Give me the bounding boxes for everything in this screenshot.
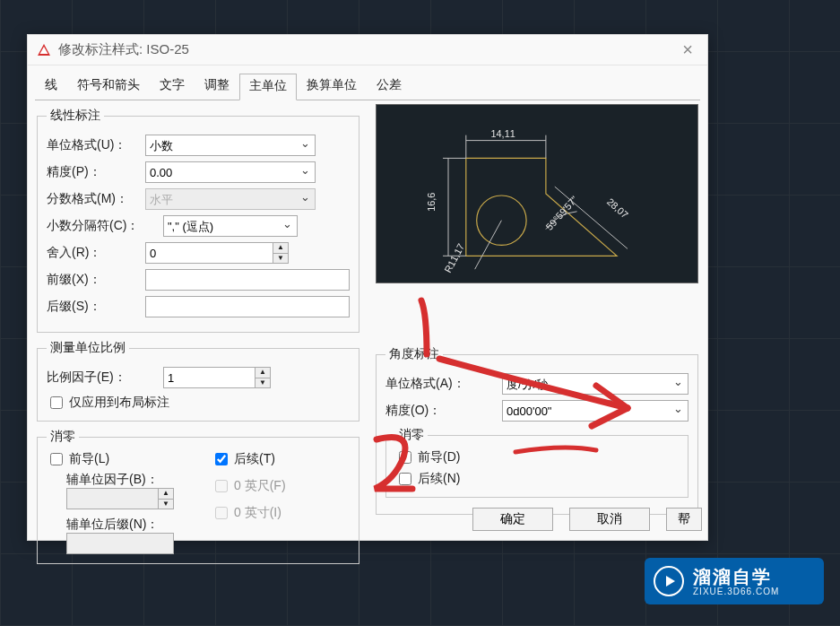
- precision-select[interactable]: 0.00: [145, 161, 316, 183]
- sub-suffix-label: 辅单位后缀(N)：: [66, 517, 185, 533]
- sub-factor-spinner: ▲▼: [158, 488, 174, 509]
- leading-label: 前导(L): [69, 451, 109, 467]
- tab-alternate-units[interactable]: 换算单位: [297, 73, 367, 100]
- ok-button[interactable]: 确定: [472, 508, 553, 531]
- preview-dim-angle: 59°59'57": [543, 194, 579, 232]
- help-button[interactable]: 帮: [666, 508, 702, 531]
- sub-suffix-input: [66, 533, 174, 554]
- preview-dim-left: 16,6: [426, 193, 437, 212]
- dialog-footer: 确定 取消 帮: [472, 508, 702, 531]
- angular-precision-label: 精度(O)：: [385, 403, 502, 419]
- angular-precision-select[interactable]: 0d00'00": [502, 400, 688, 422]
- angular-unit-format-label: 单位格式(A)：: [385, 376, 502, 392]
- angular-unit-format-select[interactable]: 度/分/秒: [502, 373, 688, 395]
- feet-checkbox: [215, 480, 228, 492]
- zero-suppress-group: 消零 前导(L) 辅单位因子(B)： ▲▼: [37, 429, 359, 564]
- decimal-separator-label: 小数分隔符(C)：: [47, 218, 163, 234]
- round-input[interactable]: [145, 242, 273, 264]
- layout-only-label: 仅应用到布局标注: [69, 395, 169, 411]
- angular-zero-legend: 消零: [395, 427, 428, 443]
- trailing-label: 后续(T): [234, 451, 275, 467]
- inches-label: 0 英寸(I): [234, 505, 281, 521]
- fraction-format-label: 分数格式(M)：: [47, 191, 145, 207]
- angular-trailing-label: 后续(N): [418, 471, 460, 487]
- prefix-label: 前缀(X)：: [47, 272, 145, 288]
- fraction-format-select: 水平: [145, 188, 316, 210]
- round-label: 舍入(R)：: [47, 245, 145, 261]
- suffix-label: 后缀(S)：: [47, 299, 145, 315]
- round-spinner[interactable]: ▲▼: [273, 242, 289, 264]
- angular-zero-suppress-group: 消零 前导(D) 后续(N): [385, 427, 688, 498]
- preview-dim-top: 14,11: [491, 128, 515, 139]
- zero-suppress-legend: 消零: [47, 429, 79, 445]
- unit-format-select[interactable]: 小数: [145, 135, 316, 156]
- tab-lines[interactable]: 线: [35, 73, 67, 100]
- svg-line-9: [555, 187, 628, 248]
- badge-subtitle: ZIXUE.3D66.COM: [693, 587, 779, 596]
- angular-leading-label: 前导(D): [418, 449, 460, 465]
- window-title: 修改标注样式: ISO-25: [58, 41, 189, 58]
- preview-dim-diag: 28,07: [605, 196, 630, 220]
- app-logo-icon: [37, 43, 51, 57]
- scale-factor-spinner[interactable]: ▲▼: [255, 367, 271, 388]
- inches-checkbox: [215, 507, 228, 519]
- tabstrip: 线 符号和箭头 文字 调整 主单位 换算单位 公差: [28, 65, 707, 100]
- dimension-preview: 14,11 16,6 28,07 59°59'57" R11,17: [376, 104, 698, 283]
- unit-format-label: 单位格式(U)：: [47, 137, 145, 153]
- watermark-badge: 溜溜自学 ZIXUE.3D66.COM: [645, 558, 824, 604]
- linear-legend: 线性标注: [47, 108, 104, 124]
- angular-trailing-checkbox[interactable]: [399, 473, 411, 485]
- titlebar: 修改标注样式: ISO-25 ×: [28, 35, 707, 65]
- sub-factor-label: 辅单位因子(B)：: [66, 472, 185, 488]
- decimal-separator-select[interactable]: "," (逗点): [163, 215, 298, 237]
- close-button[interactable]: ×: [677, 39, 698, 60]
- scale-factor-label: 比例因子(E)：: [47, 370, 163, 386]
- leading-checkbox[interactable]: [50, 453, 63, 465]
- tab-tolerances[interactable]: 公差: [367, 73, 411, 100]
- tab-text[interactable]: 文字: [150, 73, 195, 100]
- trailing-checkbox[interactable]: [215, 453, 228, 465]
- dimension-style-dialog: 修改标注样式: ISO-25 × 线 符号和箭头 文字 调整 主单位 换算单位 …: [27, 34, 708, 541]
- tab-primary-units[interactable]: 主单位: [239, 74, 297, 100]
- scale-factor-input[interactable]: [163, 367, 255, 388]
- feet-label: 0 英尺(F): [234, 478, 286, 494]
- precision-label: 精度(P)：: [47, 164, 145, 180]
- prefix-input[interactable]: [145, 269, 350, 291]
- linear-dimension-group: 线性标注 单位格式(U)： 小数 精度(P)： 0.00: [37, 108, 359, 333]
- sub-factor-input: [66, 488, 158, 509]
- measure-scale-group: 测量单位比例 比例因子(E)： ▲▼ 仅应用到布局标注: [37, 340, 359, 422]
- tab-symbols-arrows[interactable]: 符号和箭头: [67, 73, 150, 100]
- measure-scale-legend: 测量单位比例: [47, 340, 129, 356]
- svg-point-2: [477, 196, 526, 245]
- preview-dim-radius: R11,17: [442, 241, 466, 274]
- angular-leading-checkbox[interactable]: [399, 451, 411, 464]
- cancel-button[interactable]: 取消: [569, 508, 650, 531]
- suffix-input[interactable]: [145, 296, 350, 317]
- angular-dimension-group: 角度标注 单位格式(A)： 度/分/秒 精度(O)： 0d00'00" 消零 前…: [376, 346, 698, 515]
- tab-fit[interactable]: 调整: [195, 73, 239, 100]
- angular-legend: 角度标注: [385, 346, 443, 362]
- badge-title: 溜溜自学: [693, 567, 779, 587]
- play-icon: [654, 566, 684, 596]
- layout-only-checkbox[interactable]: [50, 396, 63, 409]
